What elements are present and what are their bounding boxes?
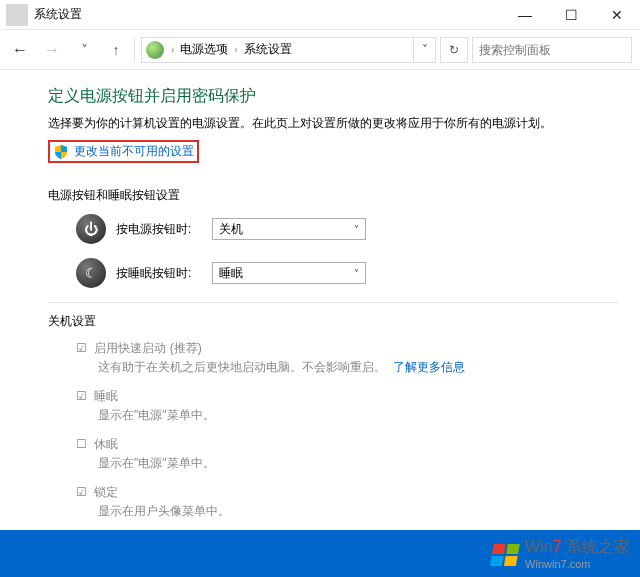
fast-startup-desc: 这有助于在关机之后更快地启动电脑。不会影响重启。	[98, 360, 386, 374]
power-button-value: 关机	[219, 221, 243, 238]
page-title: 定义电源按钮并启用密码保护	[48, 86, 618, 107]
breadcrumb-item-settings[interactable]: 系统设置	[241, 41, 295, 58]
lock-label: 锁定	[94, 485, 118, 499]
up-button[interactable]: ˅	[68, 36, 100, 64]
breadcrumb[interactable]: › 电源选项 › 系统设置 ˅	[141, 37, 436, 63]
chevron-right-icon[interactable]: ›	[231, 44, 240, 55]
shield-icon	[53, 144, 69, 160]
chevron-down-icon: ˅	[354, 224, 359, 235]
watermark: Win7 系统之家 Winwin7.com	[491, 537, 630, 570]
back-button[interactable]: ←	[4, 36, 36, 64]
breadcrumb-item-power[interactable]: 电源选项	[177, 41, 231, 58]
sleep-button-value: 睡眠	[219, 265, 243, 282]
watermark-url: Winwin7.com	[525, 558, 630, 570]
window-title: 系统设置	[34, 6, 502, 23]
watermark-text2: 系统之家	[566, 538, 630, 555]
sleep-button-select[interactable]: 睡眠 ˅	[212, 262, 366, 284]
fast-startup-label: 启用快速启动 (推荐)	[94, 341, 201, 355]
learn-more-link[interactable]: 了解更多信息	[393, 360, 465, 374]
sleep-label: 睡眠	[94, 389, 118, 403]
chevron-down-icon: ˅	[354, 268, 359, 279]
hibernate-desc: 显示在"电源"菜单中。	[98, 455, 618, 472]
up-folder-button[interactable]: ↑	[100, 36, 132, 64]
power-button-select[interactable]: 关机 ˅	[212, 218, 366, 240]
watermark-text1: Win	[525, 538, 553, 555]
hibernate-checkbox[interactable]: ☐	[76, 437, 87, 451]
close-button[interactable]: ✕	[594, 0, 640, 30]
chevron-right-icon[interactable]: ›	[168, 44, 177, 55]
sleep-desc: 显示在"电源"菜单中。	[98, 407, 618, 424]
maximize-button[interactable]: ☐	[548, 0, 594, 30]
window-icon	[6, 4, 28, 26]
forward-button[interactable]: →	[36, 36, 68, 64]
breadcrumb-dropdown[interactable]: ˅	[413, 38, 435, 62]
power-button-label: 按电源按钮时:	[116, 221, 212, 238]
sleep-button-icon: ☾	[76, 258, 106, 288]
divider	[134, 38, 135, 62]
sleep-checkbox[interactable]: ☑	[76, 389, 87, 403]
windows-logo-icon	[489, 543, 521, 565]
change-unavailable-settings-link[interactable]: 更改当前不可用的设置	[48, 140, 199, 163]
fast-startup-checkbox[interactable]: ☑	[76, 341, 87, 355]
admin-link-label: 更改当前不可用的设置	[74, 143, 194, 160]
hibernate-label: 休眠	[94, 437, 118, 451]
search-input[interactable]	[472, 37, 632, 63]
divider	[48, 302, 618, 303]
power-button-icon: ⏻	[76, 214, 106, 244]
power-options-icon	[146, 41, 164, 59]
lock-desc: 显示在用户头像菜单中。	[98, 503, 618, 520]
section-title-buttons: 电源按钮和睡眠按钮设置	[48, 187, 618, 204]
minimize-button[interactable]: —	[502, 0, 548, 30]
page-description: 选择要为你的计算机设置的电源设置。在此页上对设置所做的更改将应用于你所有的电源计…	[48, 115, 618, 132]
sleep-button-label: 按睡眠按钮时:	[116, 265, 212, 282]
refresh-button[interactable]: ↻	[440, 37, 468, 63]
lock-checkbox[interactable]: ☑	[76, 485, 87, 499]
section-title-shutdown: 关机设置	[48, 313, 618, 330]
